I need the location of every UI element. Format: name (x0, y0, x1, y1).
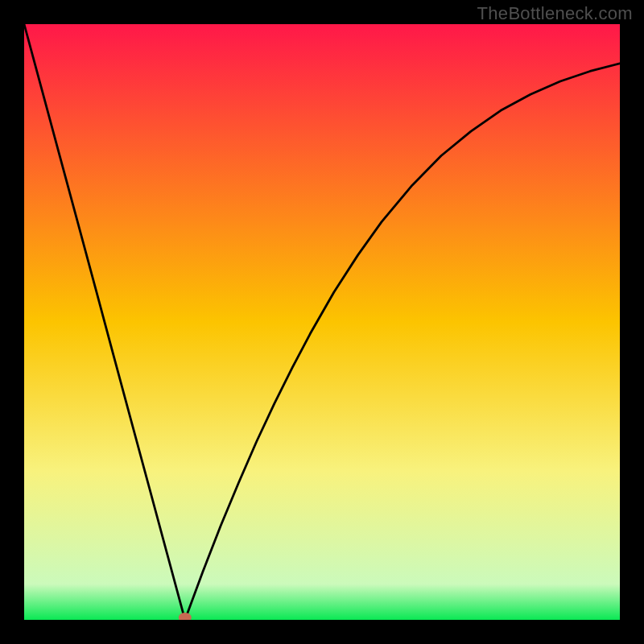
chart-frame: { "watermark": "TheBottleneck.com", "cha… (0, 0, 644, 644)
watermark-text: TheBottleneck.com (477, 3, 633, 24)
plot-area (24, 24, 620, 620)
gradient-background (24, 24, 620, 620)
chart-svg (24, 24, 620, 620)
